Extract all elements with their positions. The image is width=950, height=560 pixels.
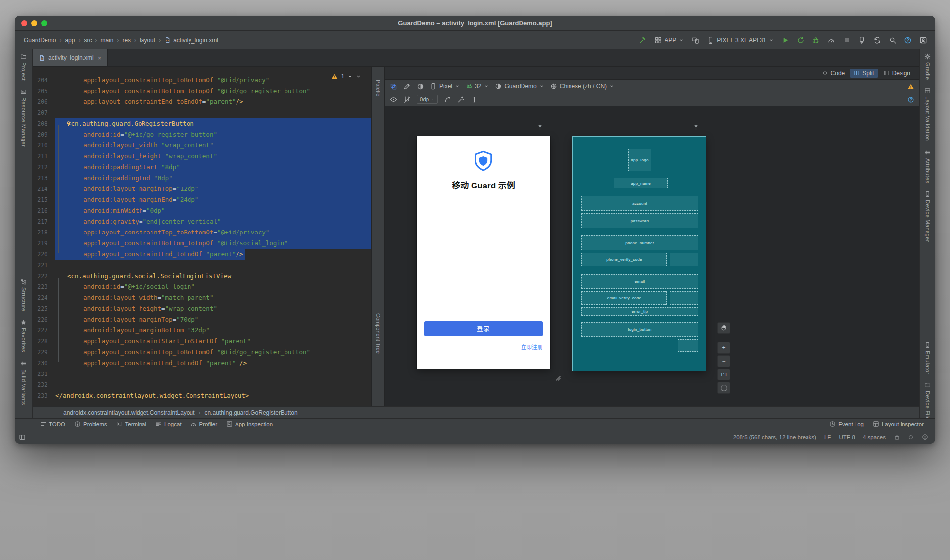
theme-button[interactable]	[417, 83, 424, 90]
breadcrumb-item[interactable]: src	[84, 37, 92, 44]
code-line[interactable]: 214android:layout_marginTop="12dp"	[33, 184, 371, 194]
code-line[interactable]: 215android:layout_marginEnd="24dp"	[33, 194, 371, 205]
cursor-text-button[interactable]	[471, 96, 478, 103]
breadcrumb-item[interactable]: res	[122, 37, 131, 44]
32-selector[interactable]: 32	[466, 83, 489, 90]
code-line[interactable]: 223android:id="@+id/social_login"	[33, 281, 371, 292]
tool-stripe-gradle[interactable]: Gradle	[924, 49, 931, 84]
default-margins-selector[interactable]: 0dp	[417, 95, 438, 104]
breadcrumb-file[interactable]: activity_login.xml	[164, 37, 218, 44]
tool-button-problems[interactable]: Problems	[70, 421, 112, 427]
indent-setting[interactable]: 4 spaces	[863, 434, 886, 440]
profile-avatar[interactable]	[919, 36, 927, 44]
eye-button[interactable]	[390, 96, 397, 103]
xml-breadcrumb-item[interactable]: androidx.constraintlayout.widget.Constra…	[63, 409, 195, 416]
code-line[interactable]: 210android:layout_width="wrap_content"	[33, 140, 371, 151]
code-line[interactable]: 222<cn.authing.guard.social.SocialLoginL…	[33, 271, 371, 281]
tool-button-layout-inspector[interactable]: Layout Inspector	[868, 421, 928, 427]
tool-button-logcat[interactable]: Logcat	[151, 421, 186, 427]
tool-stripe-emulator[interactable]: Emulator	[924, 338, 931, 378]
tool-stripe-attributes[interactable]: Attributes	[924, 145, 931, 187]
code-line[interactable]: 230app:layout_constraintEnd_toEndOf="par…	[33, 358, 371, 369]
tool-stripe-build-variants[interactable]: Build Variants	[20, 356, 27, 409]
blueprint-phone_code_btn[interactable]	[670, 253, 698, 266]
design-surface[interactable]: 移动 Guard 示例 登录 立即注册 app_logoapp_nameacco…	[385, 106, 919, 406]
next-warning-icon[interactable]	[356, 74, 361, 79]
palette-tab[interactable]: Palette	[375, 80, 381, 96]
component-tree-tab[interactable]: Component Tree	[375, 313, 381, 354]
code-line[interactable]: 220app:layout_constraintEnd_toEndOf="par…	[33, 249, 371, 260]
chinese-zh-cn-selector[interactable]: Chinese (zh / CN)	[550, 83, 614, 90]
code-line[interactable]: 208<cn.authing.guard.GoRegisterButton	[33, 118, 371, 129]
inspection-widget[interactable]: 1	[330, 73, 363, 80]
code-line[interactable]: 206app:layout_constraintEnd_toEndOf="par…	[33, 96, 371, 107]
tool-stripe-resource-manager[interactable]: Resource Manager	[20, 85, 27, 151]
intention-bulb-icon[interactable]	[65, 120, 72, 127]
blueprint-corner_btn[interactable]	[678, 339, 698, 352]
code-line[interactable]: 221	[33, 260, 371, 271]
blueprint-email[interactable]: email	[581, 274, 698, 289]
pixel-selector[interactable]: Pixel	[430, 83, 460, 90]
breadcrumb-item[interactable]: main	[100, 37, 113, 44]
tool-stripe-favorites[interactable]: Favorites	[20, 315, 27, 356]
prev-warning-icon[interactable]	[347, 74, 353, 79]
code-line[interactable]: 205app:layout_constraintBottom_toTopOf="…	[33, 86, 371, 96]
run-button[interactable]	[781, 36, 789, 44]
breadcrumb-item[interactable]: layout	[140, 37, 155, 44]
apply-changes-button[interactable]	[797, 36, 805, 44]
code-line[interactable]: 219app:layout_constraintBottom_toTopOf="…	[33, 238, 371, 249]
debug-button[interactable]	[812, 36, 820, 44]
zoom-in-button[interactable]: +	[717, 342, 730, 354]
login-button-preview[interactable]: 登录	[424, 321, 543, 336]
code-line[interactable]: 227android:layout_marginBottom="32dp"	[33, 325, 371, 336]
guarddemo-selector[interactable]: GuardDemo	[495, 83, 544, 90]
help-button[interactable]	[904, 36, 912, 44]
code-line[interactable]: 225android:layout_height="wrap_content"	[33, 303, 371, 314]
profile-button[interactable]	[827, 36, 835, 44]
code-line[interactable]: 216android:minWidth="0dp"	[33, 205, 371, 216]
code-line[interactable]: 211android:layout_height="wrap_content"	[33, 151, 371, 162]
blueprint-canvas[interactable]: app_logoapp_nameaccountpasswordphone_num…	[572, 136, 706, 371]
xml-breadcrumb-item[interactable]: cn.authing.guard.GoRegisterButton	[205, 409, 298, 416]
blueprint-error_tip[interactable]: error_tip	[581, 307, 698, 316]
feedback-smiley-icon[interactable]	[922, 434, 928, 440]
code-line[interactable]: 232	[33, 379, 371, 390]
code-line[interactable]: 228app:layout_constraintStart_toStartOf=…	[33, 336, 371, 347]
app-name-text[interactable]: 移动 Guard 示例	[417, 179, 550, 191]
code-line[interactable]: 231	[33, 369, 371, 379]
tab-activity-login-xml[interactable]: activity_login.xml ×	[33, 49, 108, 66]
device-manager-button[interactable]	[858, 36, 866, 44]
breadcrumb-item[interactable]: app	[65, 37, 75, 44]
tool-button-profiler[interactable]: Profiler	[186, 421, 222, 427]
code-line[interactable]: 224android:layout_width="match_parent"	[33, 292, 371, 303]
code-line[interactable]: 212android:paddingStart="8dp"	[33, 162, 371, 173]
canvas-resize-handle[interactable]	[553, 373, 561, 381]
tool-stripe-project[interactable]: Project	[20, 49, 27, 85]
blueprint-phone_verify_code[interactable]: phone_verify_code	[581, 253, 667, 266]
code-line[interactable]: 207	[33, 107, 371, 118]
tool-stripe-structure[interactable]: Structure	[20, 275, 27, 315]
blueprint-password[interactable]: password	[581, 213, 698, 228]
blueprint-login_button[interactable]: login_button	[581, 322, 698, 337]
sync-button[interactable]	[873, 36, 881, 44]
mode-split[interactable]: Split	[850, 69, 878, 78]
code-line[interactable]: 204app:layout_constraintTop_toBottomOf="…	[33, 75, 371, 86]
device-config-icon[interactable]	[537, 124, 543, 131]
layers-button[interactable]	[390, 83, 397, 90]
register-link-preview[interactable]: 立即注册	[521, 343, 543, 351]
code-line[interactable]: 233</androidx.constraintlayout.widget.Co…	[33, 390, 371, 401]
code-line[interactable]: 217android:gravity="end|center_vertical"	[33, 216, 371, 227]
code-line[interactable]: 209android:id="@+id/go_register_button"	[33, 129, 371, 140]
lock-icon[interactable]	[894, 434, 900, 440]
device-select[interactable]: PIXEL 3 XL API 31	[707, 36, 774, 44]
build-button[interactable]	[639, 36, 647, 44]
pencil-button[interactable]	[403, 83, 411, 90]
tool-button-terminal[interactable]: Terminal	[112, 421, 151, 427]
tool-stripe-layout-validation[interactable]: Layout Validation	[924, 84, 931, 145]
design-warning-badge[interactable]	[907, 82, 914, 91]
code-line[interactable]: 226android:layout_marginTop="70dp"	[33, 314, 371, 325]
code-editor[interactable]: 204app:layout_constraintTop_toBottomOf="…	[33, 67, 371, 406]
blueprint-phone_number[interactable]: phone_number	[581, 235, 698, 250]
zoom-fit-button[interactable]	[717, 382, 730, 394]
blueprint-app_logo[interactable]: app_logo	[628, 149, 651, 171]
